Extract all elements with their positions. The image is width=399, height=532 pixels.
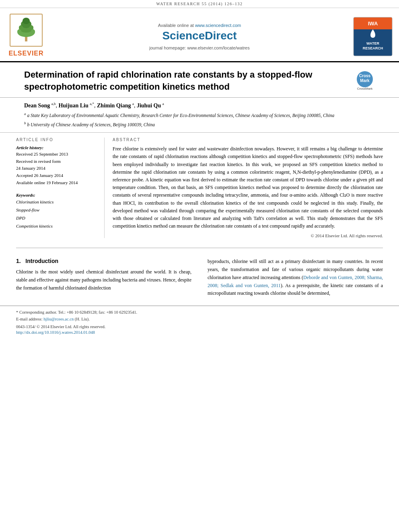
and-text: and bbox=[236, 283, 243, 288]
page-footer: * Corresponding author. Tel.: +86 10 628… bbox=[0, 306, 399, 340]
svg-point-9 bbox=[29, 25, 33, 29]
article-history-label: Article history: bbox=[16, 145, 96, 150]
journal-bar: WATER RESEARCH 55 (2014) 126–132 bbox=[0, 0, 399, 8]
author-huijuan-liu: Huijuan Liu bbox=[58, 103, 88, 109]
keyword-chlorination: Chlorination kinetics bbox=[16, 198, 96, 206]
email-link[interactable]: hjliu@rcees.ac.cn bbox=[43, 317, 74, 321]
svg-rect-12 bbox=[354, 27, 392, 29]
corresponding-author-note: * Corresponding author. Tel.: +86 10 628… bbox=[16, 309, 383, 316]
accepted-date: Accepted 26 January 2014 bbox=[16, 172, 96, 179]
svg-text:RESEARCH: RESEARCH bbox=[363, 46, 383, 50]
abstract-column: ABSTRACT Free chlorine is extensively us… bbox=[105, 138, 383, 238]
crossmark-icon: Cross Mark CrossMark bbox=[356, 70, 374, 92]
introduction-section: 1. Introduction Chlorine is the most wid… bbox=[0, 253, 399, 306]
keyword-stopped-flow: Stopped-flow bbox=[16, 206, 96, 214]
affiliation-b: b b University of Chinese Academy of Sci… bbox=[24, 121, 375, 128]
svg-text:WATER: WATER bbox=[366, 41, 379, 45]
author-dean-song: Dean Song bbox=[24, 103, 50, 109]
article-title: Determination of rapid chlorination rate… bbox=[24, 69, 347, 92]
title-section: Determination of rapid chlorination rate… bbox=[0, 62, 399, 98]
svg-point-8 bbox=[19, 25, 23, 29]
header-right: IWA WATER RESEARCH bbox=[347, 12, 399, 61]
available-online-text: Available online at www.sciencedirect.co… bbox=[158, 23, 241, 28]
crossmark-area: Cross Mark CrossMark bbox=[355, 69, 375, 92]
affiliation-a: a a State Key Laboratory of Environmenta… bbox=[24, 111, 375, 119]
article-info-abstract-section: ARTICLE INFO Article history: Received 2… bbox=[0, 133, 399, 243]
available-online-date: Available online 19 February 2014 bbox=[16, 179, 96, 187]
revised-date: 24 January 2014 bbox=[16, 165, 96, 172]
keyword-competition: Competition kinetics bbox=[16, 222, 96, 230]
author-zhimin-qiang: Zhimin Qiang bbox=[97, 103, 131, 109]
received-date: Received 25 September 2013 bbox=[16, 151, 96, 158]
keywords-label: Keywords: bbox=[16, 193, 96, 197]
elsevier-logo: ELSEVIER bbox=[8, 12, 44, 57]
ref-deborde-link[interactable]: Deborde and von Gunten, 2008; Sharma, 20… bbox=[208, 275, 383, 288]
header-center: Available online at www.sciencedirect.co… bbox=[52, 12, 347, 61]
article-info-header: ARTICLE INFO bbox=[16, 138, 96, 142]
section-divider bbox=[16, 248, 383, 248]
svg-point-7 bbox=[31, 29, 35, 33]
header-left: ELSEVIER bbox=[0, 12, 52, 61]
water-research-badge-icon: IWA WATER RESEARCH bbox=[353, 16, 393, 57]
svg-text:Mark: Mark bbox=[360, 78, 370, 83]
authors-section: Dean Song a,b, Huijuan Liu a,*, Zhimin Q… bbox=[0, 98, 399, 133]
svg-text:CrossMark: CrossMark bbox=[357, 87, 373, 90]
svg-point-6 bbox=[17, 29, 21, 33]
introduction-left: 1. Introduction Chlorine is the most wid… bbox=[16, 258, 200, 298]
authors-line: Dean Song a,b, Huijuan Liu a,*, Zhimin Q… bbox=[24, 102, 375, 109]
svg-text:IWA: IWA bbox=[368, 21, 378, 27]
elsevier-tree-icon bbox=[8, 12, 44, 48]
sciencedirect-title: ScienceDirect bbox=[162, 29, 237, 42]
svg-point-5 bbox=[23, 18, 30, 24]
journal-homepage: journal homepage: www.elsevier.com/locat… bbox=[149, 45, 249, 50]
keyword-dpd: DPD bbox=[16, 214, 96, 222]
email-note: E-mail address: hjliu@rcees.ac.cn (H. Li… bbox=[16, 316, 383, 323]
doi-link[interactable]: http://dx.doi.org/10.1016/j.watres.2014.… bbox=[16, 330, 95, 335]
abstract-text: Free chlorine is extensively used for wa… bbox=[113, 145, 383, 230]
section-number: 1. bbox=[16, 258, 21, 264]
keywords-group: Keywords: Chlorination kinetics Stopped-… bbox=[16, 193, 96, 230]
introduction-left-text: Chlorine is the most widely used chemica… bbox=[16, 268, 191, 292]
revised-text: Received in revised form bbox=[16, 158, 96, 165]
header-area: ELSEVIER Available online at www.science… bbox=[0, 8, 399, 62]
elsevier-label: ELSEVIER bbox=[8, 50, 43, 57]
introduction-right-text: byproducts, chlorine will still act as a… bbox=[208, 258, 383, 298]
introduction-heading: 1. Introduction bbox=[16, 258, 191, 264]
introduction-right: byproducts, chlorine will still act as a… bbox=[200, 258, 383, 298]
svg-text:Cross: Cross bbox=[359, 74, 370, 78]
footer-doi: http://dx.doi.org/10.1016/j.watres.2014.… bbox=[16, 329, 383, 335]
sciencedirect-url[interactable]: www.sciencedirect.com bbox=[195, 23, 241, 28]
abstract-copyright: © 2014 Elsevier Ltd. All rights reserved… bbox=[113, 233, 383, 238]
abstract-header: ABSTRACT bbox=[113, 138, 383, 142]
author-jiuhui-qu: Jiuhui Qu bbox=[137, 103, 161, 109]
article-info-column: ARTICLE INFO Article history: Received 2… bbox=[16, 138, 105, 238]
article-history-group: Article history: Received 25 September 2… bbox=[16, 145, 96, 186]
introduction-title: Introduction bbox=[25, 258, 58, 264]
footer-copyright: 0043-1354/ © 2014 Elsevier Ltd. All righ… bbox=[16, 325, 383, 329]
